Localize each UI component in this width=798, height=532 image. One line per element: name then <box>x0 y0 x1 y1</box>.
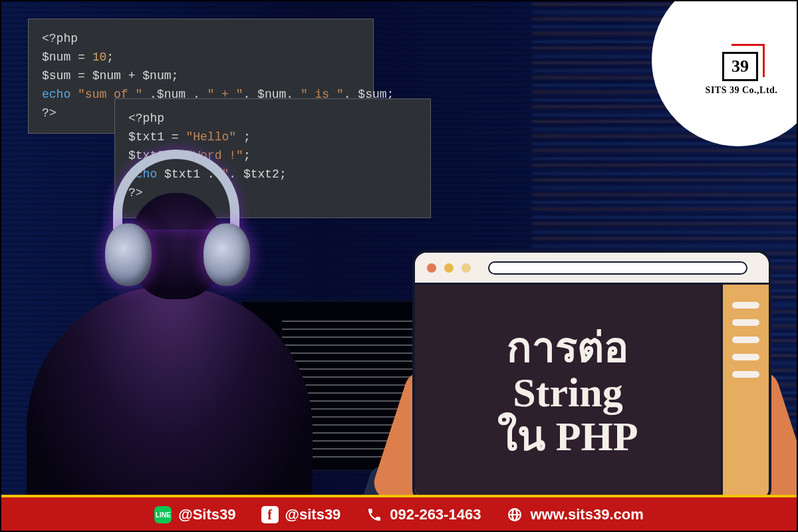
title-card: การต่อ String ใน PHP <box>412 250 771 503</box>
line-icon: LINE <box>154 506 172 523</box>
facebook-icon: f <box>261 506 279 523</box>
facebook-handle: @sits39 <box>285 506 341 523</box>
phone-number: 092-263-1463 <box>390 506 481 523</box>
window-dot-icon <box>462 263 471 273</box>
website-url: www.sits39.com <box>530 506 643 523</box>
address-bar <box>488 261 747 275</box>
window-chrome <box>415 253 769 285</box>
window-dot-icon <box>427 263 436 273</box>
logo: 39 <box>718 44 765 81</box>
contact-web: www.sits39.com <box>506 506 643 523</box>
contact-line: LINE @Sits39 <box>154 506 235 523</box>
card-title: การต่อ String ใน PHP <box>497 326 638 460</box>
contact-footer: LINE @Sits39 f @sits39 092-263-1463 www.… <box>0 495 798 532</box>
contact-phone: 092-263-1463 <box>366 506 481 523</box>
company-name: SITS 39 Co.,Ltd. <box>706 85 778 96</box>
logo-number: 39 <box>722 52 758 81</box>
window-dot-icon <box>444 263 454 273</box>
contact-facebook: f @sits39 <box>261 506 341 523</box>
card-sidebar <box>721 285 769 500</box>
phone-icon <box>366 506 383 523</box>
globe-icon <box>506 506 523 523</box>
line-handle: @Sits39 <box>178 506 235 523</box>
person-illustration <box>0 153 426 499</box>
